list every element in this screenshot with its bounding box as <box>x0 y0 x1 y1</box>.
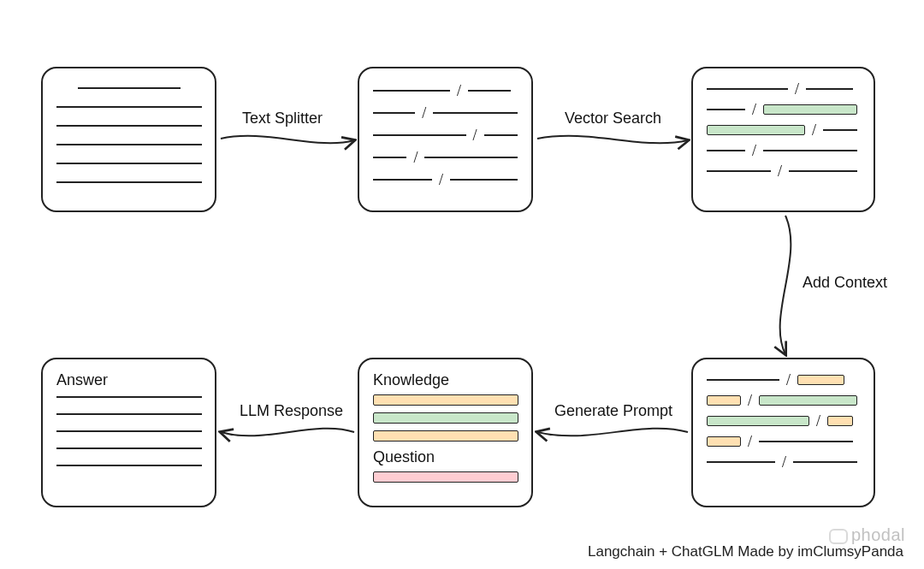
watermark: phodal <box>829 525 905 545</box>
node-raw-document <box>41 67 216 212</box>
arrow-vector-search <box>537 136 688 143</box>
wechat-icon <box>829 529 848 544</box>
arrow-llm-response <box>221 429 354 436</box>
label-text-splitter: Text Splitter <box>242 110 323 127</box>
label-vector-search: Vector Search <box>565 110 661 127</box>
label-generate-prompt: Generate Prompt <box>554 402 672 420</box>
footer-credit: Langchain + ChatGLM Made by imClumsyPand… <box>588 543 903 560</box>
node-context-chunks: / / / / / <box>691 358 875 507</box>
answer-label: Answer <box>56 371 201 389</box>
node-answer: Answer <box>41 358 216 507</box>
node-chunks: / / / / / <box>358 67 533 212</box>
arrow-generate-prompt <box>537 429 688 436</box>
arrow-add-context <box>780 216 791 354</box>
node-retrieved-chunks: / / / / / <box>691 67 875 212</box>
node-prompt: Knowledge Question <box>358 358 533 507</box>
arrow-text-splitter <box>221 136 354 143</box>
question-label: Question <box>373 448 518 466</box>
label-llm-response: LLM Response <box>240 402 343 420</box>
label-add-context: Add Context <box>803 274 887 292</box>
knowledge-label: Knowledge <box>373 371 518 389</box>
